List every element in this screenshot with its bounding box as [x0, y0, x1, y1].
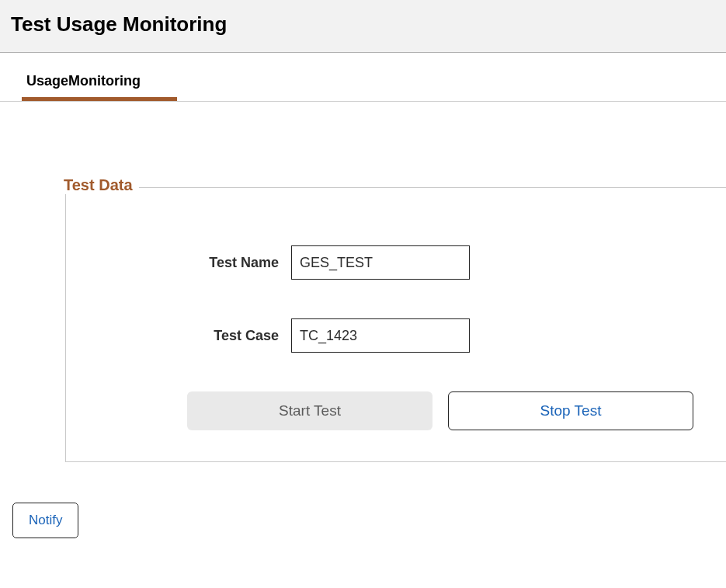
test-name-label: Test Name — [66, 255, 291, 271]
test-case-row: Test Case — [66, 318, 726, 353]
test-data-fieldset: Test Data Test Name Test Case Start Test… — [65, 187, 726, 462]
stop-test-button[interactable]: Stop Test — [448, 391, 693, 430]
test-case-input[interactable] — [291, 318, 470, 353]
start-test-button[interactable]: Start Test — [187, 391, 432, 430]
main-content: Test Data Test Name Test Case Start Test… — [0, 102, 726, 462]
test-name-input[interactable] — [291, 245, 470, 280]
notify-button[interactable]: Notify — [12, 503, 78, 538]
fieldset-body: Test Name Test Case Start Test Stop Test — [65, 187, 726, 462]
test-case-label: Test Case — [66, 328, 291, 344]
tab-bar: UsageMonitoring — [0, 53, 726, 102]
fieldset-title: Test Data — [64, 176, 139, 194]
page-header: Test Usage Monitoring — [0, 0, 726, 53]
footer-bar: Notify — [0, 462, 726, 538]
button-row: Start Test Stop Test — [66, 391, 726, 430]
page-title: Test Usage Monitoring — [11, 12, 715, 37]
test-name-row: Test Name — [66, 245, 726, 280]
tab-usage-monitoring[interactable]: UsageMonitoring — [22, 73, 177, 101]
